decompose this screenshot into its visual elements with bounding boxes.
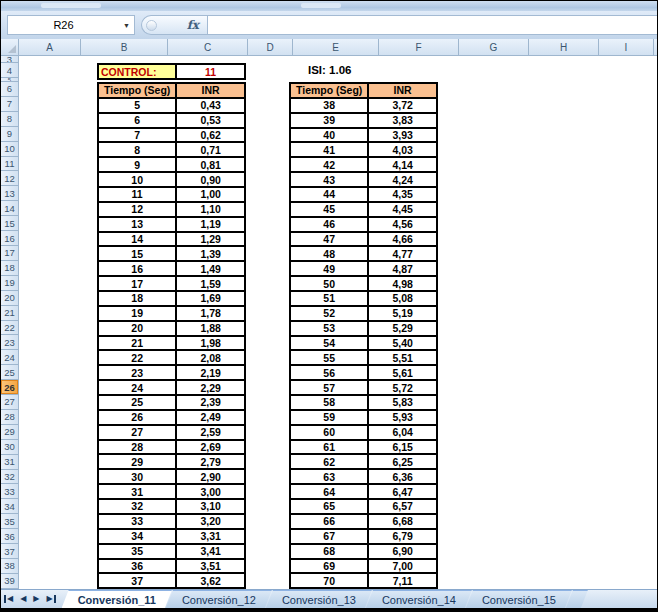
row-header-39[interactable]: 39 xyxy=(1,574,19,589)
time-cell[interactable]: 52 xyxy=(291,307,369,320)
row-header-33[interactable]: 33 xyxy=(1,484,19,499)
inr-cell[interactable]: 3,31 xyxy=(177,530,244,543)
inr-cell[interactable]: 4,98 xyxy=(369,277,436,290)
row-header-32[interactable]: 32 xyxy=(1,470,19,485)
row-header-30[interactable]: 30 xyxy=(1,440,19,455)
inr-cell[interactable]: 3,00 xyxy=(177,485,244,498)
inr-cell[interactable]: 3,83 xyxy=(369,114,436,127)
time-cell[interactable]: 58 xyxy=(291,396,369,409)
inr-cell[interactable]: 2,29 xyxy=(177,381,244,394)
column-header-i[interactable]: I xyxy=(599,39,654,56)
time-cell[interactable]: 5 xyxy=(99,99,177,112)
inr-cell[interactable]: 6,36 xyxy=(369,470,436,483)
inr-cell[interactable]: 3,72 xyxy=(369,99,436,112)
row-header-11[interactable]: 11 xyxy=(1,157,19,172)
inr-cell[interactable]: 2,08 xyxy=(177,351,244,364)
time-cell[interactable]: 15 xyxy=(99,247,177,260)
time-cell[interactable]: 18 xyxy=(99,292,177,305)
row-header-31[interactable]: 31 xyxy=(1,455,19,470)
inr-cell[interactable]: 6,04 xyxy=(369,426,436,439)
inr-cell[interactable]: 1,00 xyxy=(177,188,244,201)
time-cell[interactable]: 14 xyxy=(99,233,177,246)
time-cell[interactable]: 34 xyxy=(99,530,177,543)
column-header-a[interactable]: A xyxy=(19,39,81,56)
time-cell[interactable]: 23 xyxy=(99,366,177,379)
time-cell[interactable]: 33 xyxy=(99,515,177,528)
time-cell[interactable]: 60 xyxy=(291,426,369,439)
row-header-38[interactable]: 38 xyxy=(1,559,19,574)
inr-cell[interactable]: 2,39 xyxy=(177,396,244,409)
time-cell[interactable]: 25 xyxy=(99,396,177,409)
time-cell[interactable]: 17 xyxy=(99,277,177,290)
time-cell[interactable]: 35 xyxy=(99,545,177,558)
time-cell[interactable]: 55 xyxy=(291,351,369,364)
sheet-tab-4[interactable]: Conversión_14 xyxy=(366,590,472,608)
time-cell[interactable]: 41 xyxy=(291,143,369,156)
time-cell[interactable]: 59 xyxy=(291,411,369,424)
inr-cell[interactable]: 5,19 xyxy=(369,307,436,320)
inr-header-cell[interactable]: INR xyxy=(177,84,244,97)
inr-cell[interactable]: 1,98 xyxy=(177,337,244,350)
row-header-3[interactable]: 3 xyxy=(1,56,19,63)
column-header-e[interactable]: E xyxy=(293,39,379,56)
inr-cell[interactable]: 6,79 xyxy=(369,530,436,543)
insert-function-button[interactable]: fx xyxy=(141,15,207,35)
inr-cell[interactable]: 2,49 xyxy=(177,411,244,424)
row-header-35[interactable]: 35 xyxy=(1,514,19,529)
inr-cell[interactable]: 1,10 xyxy=(177,203,244,216)
inr-cell[interactable]: 1,69 xyxy=(177,292,244,305)
time-cell[interactable]: 6 xyxy=(99,114,177,127)
column-header-b[interactable]: B xyxy=(81,39,168,56)
inr-cell[interactable]: 1,29 xyxy=(177,233,244,246)
time-cell[interactable]: 27 xyxy=(99,426,177,439)
time-cell[interactable]: 32 xyxy=(99,500,177,513)
time-cell[interactable]: 49 xyxy=(291,262,369,275)
row-header-15[interactable]: 15 xyxy=(1,216,19,231)
inr-cell[interactable]: 0,62 xyxy=(177,129,244,142)
row-header-8[interactable]: 8 xyxy=(1,112,19,127)
time-cell[interactable]: 57 xyxy=(291,381,369,394)
previous-sheet-button[interactable]: ◀ xyxy=(20,595,26,603)
time-cell[interactable]: 68 xyxy=(291,545,369,558)
time-cell[interactable]: 10 xyxy=(99,173,177,186)
inr-cell[interactable]: 1,59 xyxy=(177,277,244,290)
inr-cell[interactable]: 0,53 xyxy=(177,114,244,127)
inr-cell[interactable]: 5,29 xyxy=(369,322,436,335)
inr-cell[interactable]: 0,81 xyxy=(177,158,244,171)
time-cell[interactable]: 42 xyxy=(291,158,369,171)
inr-cell[interactable]: 1,78 xyxy=(177,307,244,320)
row-header-26[interactable]: 26 xyxy=(1,380,19,395)
inr-cell[interactable]: 3,62 xyxy=(177,574,244,587)
inr-cell[interactable]: 7,00 xyxy=(369,560,436,573)
row-header-34[interactable]: 34 xyxy=(1,499,19,514)
inr-header-cell[interactable]: INR xyxy=(369,84,436,97)
control-value-cell[interactable]: 11 xyxy=(177,65,244,78)
inr-cell[interactable]: 1,39 xyxy=(177,247,244,260)
inr-cell[interactable]: 2,90 xyxy=(177,470,244,483)
time-cell[interactable]: 47 xyxy=(291,233,369,246)
row-header-23[interactable]: 23 xyxy=(1,335,19,350)
row-header-28[interactable]: 28 xyxy=(1,410,19,425)
sheet-tab-1[interactable]: Conversión_11 xyxy=(62,590,172,608)
time-cell[interactable]: 26 xyxy=(99,411,177,424)
row-header-29[interactable]: 29 xyxy=(1,425,19,440)
time-cell[interactable]: 9 xyxy=(99,158,177,171)
column-header-h[interactable]: H xyxy=(529,39,599,56)
column-header-partial[interactable] xyxy=(654,39,658,56)
time-cell[interactable]: 66 xyxy=(291,515,369,528)
row-header-10[interactable]: 10 xyxy=(1,142,19,157)
row-header-7[interactable]: 7 xyxy=(1,97,19,112)
time-cell[interactable]: 20 xyxy=(99,322,177,335)
inr-cell[interactable]: 7,11 xyxy=(369,574,436,587)
column-header-f[interactable]: F xyxy=(379,39,459,56)
time-cell[interactable]: 39 xyxy=(291,114,369,127)
column-header-g[interactable]: G xyxy=(459,39,529,56)
time-cell[interactable]: 51 xyxy=(291,292,369,305)
inr-cell[interactable]: 6,47 xyxy=(369,485,436,498)
row-header-9[interactable]: 9 xyxy=(1,127,19,142)
row-header-21[interactable]: 21 xyxy=(1,306,19,321)
inr-cell[interactable]: 0,90 xyxy=(177,173,244,186)
row-header-24[interactable]: 24 xyxy=(1,350,19,365)
inr-cell[interactable]: 4,77 xyxy=(369,247,436,260)
name-box-dropdown-icon[interactable]: ▼ xyxy=(119,22,134,29)
